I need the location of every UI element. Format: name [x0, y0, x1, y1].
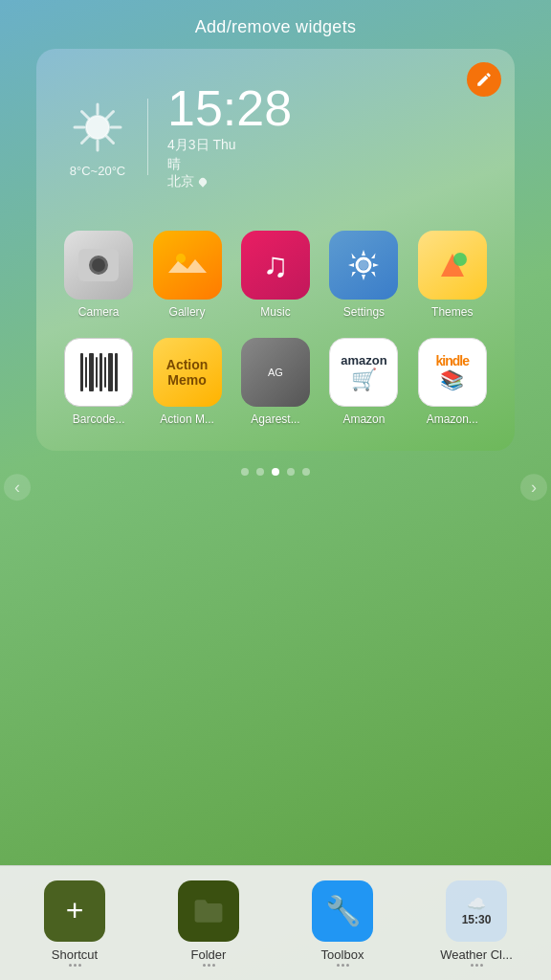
nav-toolbox-label: Toolbox	[321, 947, 364, 962]
svg-line-6	[107, 136, 114, 143]
page-dot-1[interactable]	[241, 468, 249, 476]
arrow-right-button[interactable]: ›	[520, 474, 547, 501]
agarest-icon: AG	[241, 338, 310, 407]
sun-icon	[67, 97, 128, 158]
app-grid-row2: Barcode... ActionMemo Action M... AG Aga…	[52, 328, 499, 435]
svg-line-5	[82, 111, 89, 118]
barcode-icon	[64, 338, 133, 407]
plus-icon: +	[66, 893, 84, 928]
nav-weather-label: Weather Cl...	[440, 947, 513, 962]
svg-point-0	[86, 116, 109, 139]
page-dot-5[interactable]	[302, 468, 310, 476]
header-title: Add/remove widgets	[195, 17, 356, 36]
app-gallery-label: Gallery	[169, 305, 206, 319]
app-barcode[interactable]: Barcode...	[61, 338, 136, 426]
app-agarest[interactable]: AG Agarest...	[238, 338, 313, 426]
page-indicator	[0, 451, 551, 485]
app-themes[interactable]: Themes	[415, 231, 490, 319]
app-camera-label: Camera	[78, 305, 120, 319]
app-settings-label: Settings	[343, 305, 385, 319]
weather-clock-time: 15:30	[462, 913, 492, 926]
svg-point-12	[453, 253, 467, 266]
wrench-icon: 🔧	[325, 894, 361, 927]
folder-icon-box	[178, 880, 239, 942]
time-section: 15:28 4月3日 Thu 晴 北京	[167, 83, 292, 190]
app-gallery[interactable]: Gallery	[149, 231, 224, 319]
gallery-icon-svg	[168, 246, 207, 284]
shortcut-icon-box: +	[44, 880, 105, 942]
svg-line-8	[82, 136, 89, 143]
themes-icon	[418, 231, 487, 300]
temperature-range: 8°C~20°C	[70, 164, 125, 178]
app-amazon-label: Amazon	[342, 412, 385, 426]
cloud-icon: ☁️	[467, 895, 486, 913]
kindle-icon: kindle 📚	[418, 338, 487, 407]
amazon-icon: amazon 🛒	[329, 338, 398, 407]
page-header: Add/remove widgets	[0, 0, 551, 49]
edit-button[interactable]	[467, 62, 501, 97]
location-line: 北京	[167, 173, 292, 190]
app-music[interactable]: ♫ Music	[238, 231, 313, 319]
app-barcode-label: Barcode...	[73, 412, 125, 426]
app-themes-label: Themes	[431, 305, 473, 319]
page-dot-4[interactable]	[287, 468, 295, 476]
app-settings[interactable]: Settings	[326, 231, 401, 319]
svg-line-7	[107, 111, 114, 118]
nav-folder[interactable]: Folder	[142, 871, 276, 976]
gallery-icon	[153, 231, 222, 300]
app-agarest-label: Agarest...	[251, 412, 299, 426]
weather-icon-area: 8°C~20°C	[67, 97, 128, 178]
app-actionm-label: Action M...	[160, 412, 214, 426]
app-music-label: Music	[260, 305, 290, 319]
weather-divider	[147, 99, 148, 175]
bottom-navigation: + Shortcut Folder 🔧 Toolbox	[0, 865, 551, 980]
app-kindle[interactable]: kindle 📚 Amazon...	[415, 338, 490, 426]
camera-icon	[64, 231, 133, 300]
time-display: 15:28	[167, 83, 292, 133]
settings-icon	[329, 231, 398, 300]
nav-shortcut-label: Shortcut	[52, 947, 98, 962]
nav-folder-label: Folder	[191, 947, 227, 962]
app-grid-row1: Camera Gallery ♫ Music	[52, 202, 499, 328]
nav-shortcut[interactable]: + Shortcut	[8, 871, 142, 976]
pencil-icon	[475, 71, 493, 88]
arrow-left-button[interactable]: ‹	[4, 474, 31, 501]
location-pin-icon	[197, 176, 208, 187]
nav-toolbox[interactable]: 🔧 Toolbox	[276, 871, 409, 976]
svg-point-9	[176, 254, 186, 263]
page-dot-2[interactable]	[256, 468, 264, 476]
weather-description: 晴	[167, 156, 292, 173]
app-kindle-label: Amazon...	[427, 412, 478, 426]
folder-icon-svg	[191, 894, 226, 928]
nav-weather[interactable]: ☁️ 15:30 Weather Cl...	[409, 871, 543, 976]
app-amazon[interactable]: amazon 🛒 Amazon	[326, 338, 401, 426]
weather-clock-icon-box: ☁️ 15:30	[446, 880, 507, 942]
date-line: 4月3日 Thu	[167, 137, 292, 154]
page-dot-3[interactable]	[272, 468, 279, 476]
svg-point-11	[359, 260, 368, 270]
widget-card: 8°C~20°C 15:28 4月3日 Thu 晴 北京 Camera	[36, 49, 515, 451]
app-camera[interactable]: Camera	[61, 231, 136, 319]
music-icon: ♫	[241, 231, 310, 300]
actionm-icon: ActionMemo	[153, 338, 222, 407]
weather-widget: 8°C~20°C 15:28 4月3日 Thu 晴 北京	[52, 64, 499, 202]
app-actionm[interactable]: ActionMemo Action M...	[149, 338, 224, 426]
location-text: 北京	[167, 173, 194, 190]
toolbox-icon-box: 🔧	[312, 880, 373, 942]
